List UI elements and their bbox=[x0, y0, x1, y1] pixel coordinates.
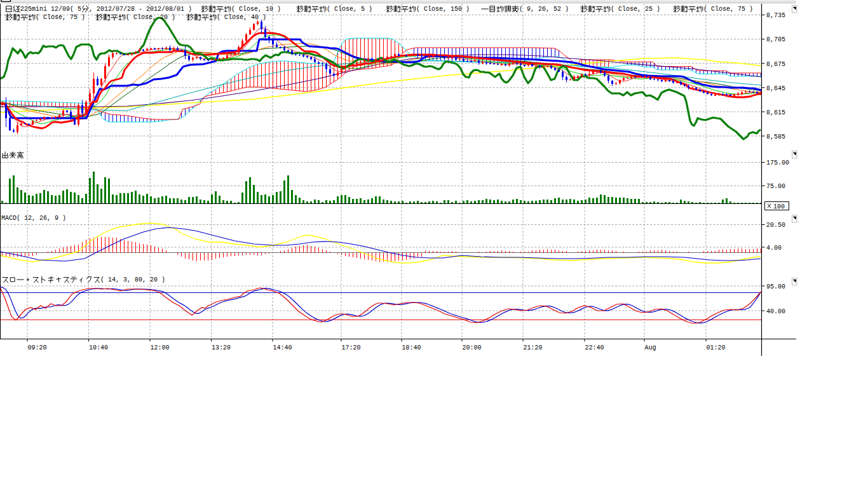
svg-text:10:40: 10:40 bbox=[89, 344, 108, 351]
svg-text:20.50: 20.50 bbox=[766, 221, 785, 229]
svg-text:13:20: 13:20 bbox=[212, 344, 231, 351]
svg-text:( Close, 10 ): ( Close, 10 ) bbox=[231, 5, 281, 13]
svg-text:( Close, 25 ): ( Close, 25 ) bbox=[611, 5, 660, 13]
svg-text:( Close, 40 ): ( Close, 40 ) bbox=[217, 13, 266, 21]
svg-text:8,645: 8,645 bbox=[766, 85, 785, 92]
svg-text:( Close, 20 ): ( Close, 20 ) bbox=[126, 13, 175, 21]
svg-text:18:40: 18:40 bbox=[402, 344, 421, 351]
svg-text:17:20: 17:20 bbox=[342, 344, 361, 351]
svg-text:4.00: 4.00 bbox=[766, 244, 782, 252]
svg-text:75.00: 75.00 bbox=[766, 182, 785, 190]
svg-text:12:00: 12:00 bbox=[151, 344, 170, 351]
svg-text:22:40: 22:40 bbox=[585, 344, 604, 351]
svg-text:95.00: 95.00 bbox=[766, 283, 785, 290]
svg-text:( 9, 26, 52 ): ( 9, 26, 52 ) bbox=[519, 5, 569, 13]
svg-text:Aug: Aug bbox=[645, 344, 656, 351]
svg-text:8,615: 8,615 bbox=[766, 109, 785, 116]
svg-text:( 14, 3, 80, 20 ): ( 14, 3, 80, 20 ) bbox=[100, 276, 165, 283]
svg-text:8,585: 8,585 bbox=[766, 133, 785, 140]
svg-text:01:20: 01:20 bbox=[707, 344, 726, 351]
svg-text:100: 100 bbox=[773, 203, 785, 210]
svg-text:8,705: 8,705 bbox=[766, 36, 785, 43]
svg-text:( Close, 75 ): ( Close, 75 ) bbox=[36, 13, 85, 21]
svg-text:14:40: 14:40 bbox=[273, 344, 292, 351]
svg-text:175.00: 175.00 bbox=[766, 159, 789, 166]
svg-text:8,735: 8,735 bbox=[766, 11, 785, 19]
svg-text:20:00: 20:00 bbox=[463, 344, 482, 351]
svg-text:, 2012/07/28 - 2012/08/01 ): , 2012/07/28 - 2012/08/01 ) bbox=[89, 5, 192, 13]
svg-text:09:20: 09:20 bbox=[28, 344, 47, 351]
svg-text:21:20: 21:20 bbox=[524, 344, 543, 351]
svg-text:8,675: 8,675 bbox=[766, 60, 785, 68]
svg-text:( Close, 5 ): ( Close, 5 ) bbox=[327, 5, 372, 13]
svg-text:MACD( 12, 26, 9 ): MACD( 12, 26, 9 ) bbox=[1, 214, 66, 222]
svg-text:225mini 12/09( 5: 225mini 12/09( 5 bbox=[20, 5, 81, 13]
svg-text:( Close, 150 ): ( Close, 150 ) bbox=[416, 5, 470, 13]
svg-text:( Close, 75 ): ( Close, 75 ) bbox=[703, 5, 753, 13]
svg-text:40.00: 40.00 bbox=[766, 308, 785, 315]
